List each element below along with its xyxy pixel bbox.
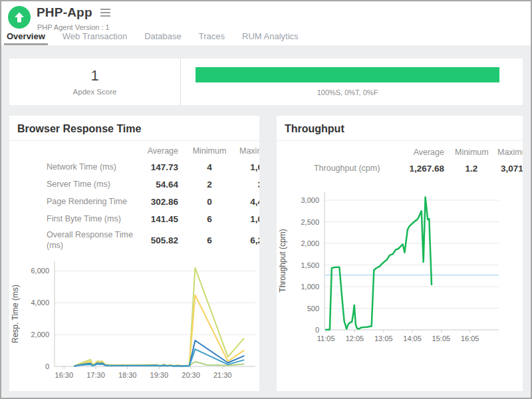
- tab-traces[interactable]: Traces: [198, 29, 226, 45]
- table-row: Network Time (ms) 147.73 4 1,612: [47, 158, 259, 176]
- svg-text:0: 0: [45, 362, 49, 370]
- panel-title: Browser Response Time: [9, 116, 259, 141]
- apdex-score-value: 1: [90, 68, 98, 84]
- throughput-panel: Throughput Average Minimum Maximum Throu…: [277, 116, 523, 391]
- svg-text:2,000: 2,000: [31, 331, 49, 338]
- svg-text:1,500: 1,500: [301, 261, 319, 269]
- svg-text:21:30: 21:30: [213, 371, 232, 379]
- svg-text:4,000: 4,000: [31, 299, 49, 307]
- browser-response-time-panel: Browser Response Time Average Minimum Ma…: [9, 116, 259, 391]
- table-row: Overall Response Time (ms) 505.82 6 6,20…: [47, 227, 259, 253]
- svg-text:11:05: 11:05: [317, 334, 335, 342]
- page-title: PHP-App: [37, 5, 92, 20]
- svg-text:16:30: 16:30: [55, 371, 74, 379]
- table-row: First Byte Time (ms) 141.45 6 1,074: [47, 210, 259, 227]
- svg-text:17:30: 17:30: [86, 371, 105, 379]
- throughput-chart[interactable]: 05001,0001,5002,0002,5003,00011:0512:051…: [277, 184, 523, 352]
- tab-overview[interactable]: Overview: [5, 29, 47, 45]
- svg-text:16:05: 16:05: [461, 334, 479, 342]
- table-row: Page Rendering Time 302.86 0 4,497: [47, 193, 259, 210]
- panel-title: Throughput: [277, 116, 523, 141]
- app-logo-arrow-up-icon: [8, 6, 31, 29]
- tab-bar: Overview Web Transaction Database Traces…: [5, 29, 300, 45]
- svg-text:14:05: 14:05: [403, 334, 422, 342]
- svg-text:500: 500: [307, 305, 319, 313]
- hamburger-menu-icon[interactable]: [99, 7, 112, 18]
- browser-response-table: Average Minimum Maximum Network Time (ms…: [47, 144, 259, 253]
- column-header-average: Average: [145, 146, 189, 156]
- tab-web-transaction[interactable]: Web Transaction: [61, 29, 128, 45]
- svg-text:Resp. Time (ms): Resp. Time (ms): [11, 284, 20, 342]
- table-row: Server Time (ms) 54.64 2 329: [47, 176, 259, 193]
- table-row: Throughput (cpm) 1,267.68 1.2 3,071.6: [314, 160, 523, 177]
- svg-text:19:30: 19:30: [150, 371, 169, 379]
- throughput-table: Average Minimum Maximum Throughput (cpm)…: [314, 145, 523, 177]
- svg-text:12:05: 12:05: [346, 334, 364, 342]
- apdex-card: 1 Apdex Score 100%S, 0%T, 0%F: [9, 59, 523, 105]
- column-header-maximum: Maximum: [230, 146, 259, 156]
- svg-text:2,000: 2,000: [301, 239, 319, 247]
- column-header-maximum: Maximum: [488, 148, 523, 157]
- tab-database[interactable]: Database: [143, 29, 183, 45]
- svg-text:0: 0: [315, 326, 319, 334]
- column-header-minimum: Minimum: [189, 146, 230, 156]
- svg-text:18:30: 18:30: [118, 371, 137, 379]
- svg-text:Throughput (cpm): Throughput (cpm): [278, 229, 287, 292]
- apdex-score-label: Apdex Score: [73, 88, 117, 96]
- column-header-minimum: Minimum: [455, 148, 488, 157]
- svg-text:15:05: 15:05: [432, 334, 451, 342]
- svg-text:13:05: 13:05: [374, 334, 393, 342]
- apdex-bar[interactable]: [196, 67, 499, 82]
- svg-text:3,000: 3,000: [301, 196, 319, 204]
- svg-text:20:30: 20:30: [182, 371, 200, 379]
- column-header-average: Average: [400, 148, 455, 157]
- response-time-chart[interactable]: 02,0004,0006,00016:3017:3018:3019:3020:3…: [9, 256, 259, 386]
- svg-text:2,500: 2,500: [301, 218, 319, 226]
- app-window: PHP-App PHP Agent Version : 1 Overview W…: [0, 0, 532, 399]
- svg-text:1,000: 1,000: [301, 283, 319, 291]
- apdex-bar-caption: 100%S, 0%T, 0%F: [196, 88, 499, 96]
- tab-rum-analytics[interactable]: RUM Analytics: [241, 29, 300, 45]
- header: PHP-App PHP Agent Version : 1 Overview W…: [1, 1, 531, 45]
- svg-text:6,000: 6,000: [31, 267, 49, 275]
